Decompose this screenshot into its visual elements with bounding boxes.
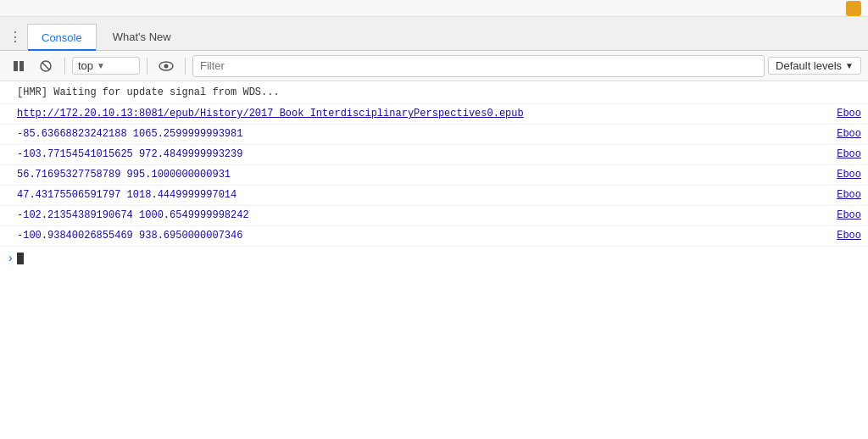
tab-bar: ⋮ Console What's New (0, 17, 868, 51)
console-row-1: -85.63668823242188 1065.2599999993981 Eb… (0, 125, 868, 145)
chevron-down-icon: ▼ (97, 61, 105, 70)
svg-point-5 (164, 64, 169, 68)
execute-icon (12, 59, 25, 73)
top-bar (0, 0, 868, 17)
console-row-6: -100.93840026855469 938.6950000007346 Eb… (0, 226, 868, 247)
console-values-1: -85.63668823242188 1065.2599999993981 (17, 128, 242, 140)
console-prompt-row[interactable]: › (0, 247, 868, 270)
hmr-message: [HMR] Waiting for update signal from WDS… (17, 86, 861, 98)
block-icon (39, 59, 53, 73)
toolbar-divider-2 (147, 58, 147, 75)
row-content-0: http://172.20.10.13:8081/epub/History/20… (17, 108, 861, 119)
chevron-down-icon-levels: ▼ (845, 61, 854, 70)
console-values-4: 47.43175506591797 1018.4449999997014 (17, 189, 236, 201)
eye-icon (159, 60, 174, 72)
console-values-2: -103.77154541015625 972.4849999993239 (17, 148, 242, 160)
tab-more-button[interactable]: ⋮ (7, 23, 24, 50)
console-source-5[interactable]: Eboo (837, 209, 861, 221)
filter-input[interactable] (192, 55, 765, 77)
toolbar-divider-3 (185, 58, 186, 75)
console-row-3: 56.71695327758789 995.1000000000931 Eboo (0, 165, 868, 186)
tab-console[interactable]: Console (27, 24, 97, 51)
toolbar: top ▼ Default levels ▼ (0, 51, 868, 81)
console-row-2: -103.77154541015625 972.4849999993239 Eb… (0, 145, 868, 165)
row-content-4: 47.43175506591797 1018.4449999997014 Ebo… (17, 189, 861, 201)
row-content-3: 56.71695327758789 995.1000000000931 Eboo (17, 169, 861, 181)
row-content-5: -102.21354389190674 1000.6549999998242 E… (17, 209, 861, 221)
console-source-2[interactable]: Eboo (837, 148, 861, 160)
window-control-button[interactable] (846, 1, 861, 16)
tab-whats-new[interactable]: What's New (98, 23, 186, 50)
levels-selector[interactable]: Default levels ▼ (768, 57, 861, 75)
console-values-6: -100.93840026855469 938.6950000007346 (17, 230, 242, 242)
console-row-5: -102.21354389190674 1000.6549999998242 E… (0, 206, 868, 226)
console-row-0: http://172.20.10.13:8081/epub/History/20… (0, 104, 868, 125)
row-content-1: -85.63668823242188 1065.2599999993981 Eb… (17, 128, 861, 140)
console-row-4: 47.43175506591797 1018.4449999997014 Ebo… (0, 186, 868, 206)
prompt-cursor (17, 253, 24, 264)
console-values-3: 56.71695327758789 995.1000000000931 (17, 169, 231, 181)
block-icon-button[interactable] (34, 54, 58, 78)
console-source-6[interactable]: Eboo (837, 230, 861, 242)
prompt-icon: › (7, 252, 14, 265)
console-row-hmr: [HMR] Waiting for update signal from WDS… (0, 81, 868, 104)
console-source-1[interactable]: Eboo (837, 128, 861, 140)
svg-rect-1 (19, 61, 24, 71)
context-selector[interactable]: top ▼ (72, 57, 140, 75)
console-source-4[interactable]: Eboo (837, 189, 861, 201)
eye-button[interactable] (154, 54, 178, 78)
toolbar-divider (64, 58, 65, 75)
svg-line-3 (42, 62, 50, 69)
svg-rect-0 (14, 61, 18, 71)
console-source-3[interactable]: Eboo (837, 169, 861, 181)
console-source-0[interactable]: Eboo (837, 108, 861, 119)
console-values-5: -102.21354389190674 1000.6549999998242 (17, 209, 249, 221)
console-output: [HMR] Waiting for update signal from WDS… (0, 81, 868, 439)
row-content-2: -103.77154541015625 972.4849999993239 Eb… (17, 148, 861, 160)
row-content-6: -100.93840026855469 938.6950000007346 Eb… (17, 230, 861, 242)
clear-console-button[interactable] (7, 54, 31, 78)
console-link-0[interactable]: http://172.20.10.13:8081/epub/History/20… (17, 108, 524, 119)
